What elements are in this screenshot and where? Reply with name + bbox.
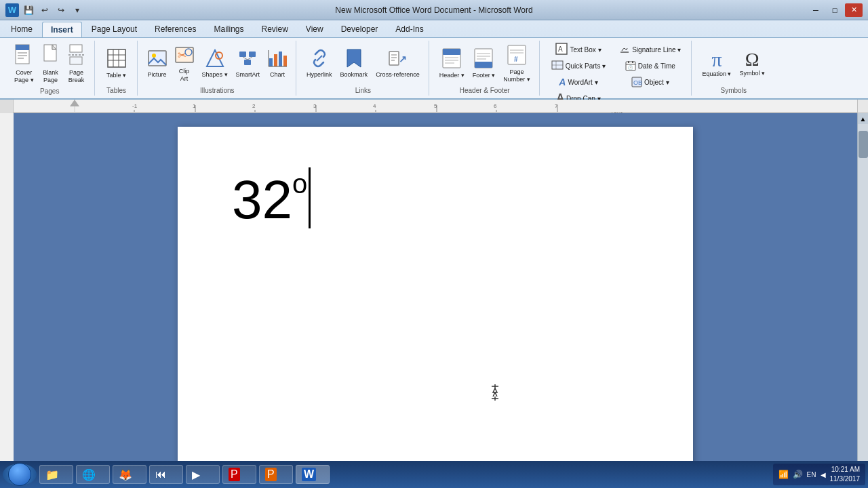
ie-icon: 🌐 [82,468,96,481]
footer-label: Footer ▾ [473,72,496,79]
save-button[interactable]: 💾 [22,3,35,17]
qa-dropdown[interactable]: ▾ [71,3,84,17]
table-icon [106,48,127,71]
start-orb [8,463,31,486]
window-controls: ─ □ ✕ [807,3,863,17]
equation-icon: π [711,49,722,70]
wordart-label: WordArt ▾ [568,79,597,86]
svg-text:7: 7 [555,103,558,109]
date-time-icon: 🕐 [625,60,636,71]
title-bar: W 💾 ↩ ↪ ▾ New Microsoft Office Word Docu… [0,0,868,20]
redo-button[interactable]: ↪ [54,3,68,17]
cross-reference-button[interactable]: ↗ Cross-reference [372,47,423,81]
tab-mailings[interactable]: Mailings [205,22,252,37]
system-tray: 📶 🔊 EN ◀ 10:21 AM 11/3/2017 [773,464,865,485]
tab-developer[interactable]: Developer [333,22,387,37]
network-icon: 📶 [778,470,789,479]
header-footer-group-label: Header & Footer [460,87,510,94]
smartart-button[interactable]: SmartArt [233,47,264,81]
document-page[interactable]: 32o [178,127,693,472]
tab-review[interactable]: Review [253,22,296,37]
maximize-button[interactable]: □ [826,3,844,17]
ribbon-content: CoverPage ▾ BlankPage PageBreak Pages [0,37,868,98]
taskbar-prev[interactable]: ⏮ [149,465,183,484]
text-box-button[interactable]: A Text Box ▾ [547,42,610,57]
tab-page-layout[interactable]: Page Layout [83,22,145,37]
shapes-button[interactable]: Shapes ▾ [199,47,231,81]
footer-icon [474,48,493,71]
svg-text:6: 6 [494,103,497,109]
start-button[interactable] [3,464,37,485]
minimize-button[interactable]: ─ [807,3,825,17]
picture-icon [148,49,167,70]
header-button[interactable]: Header ▾ [436,46,468,81]
bookmark-button[interactable]: Bookmark [337,47,372,81]
svg-rect-7 [70,45,82,52]
cover-page-button[interactable]: CoverPage ▾ [11,42,37,86]
quick-parts-button[interactable]: Quick Parts ▾ [547,58,610,73]
footer-button[interactable]: Footer ▾ [469,46,499,81]
cover-page-label: CoverPage ▾ [14,69,34,84]
page-number-label: PageNumber ▾ [503,68,530,83]
tab-view[interactable]: View [298,22,332,37]
horizontal-ruler: -1 1 2 3 4 5 6 7 [14,100,857,113]
language-icon: EN [807,471,816,479]
page-break-button[interactable]: PageBreak [64,42,89,86]
signature-line-button[interactable]: Signature Line ▾ [614,42,686,57]
tab-references[interactable]: References [146,22,204,37]
taskbar-firefox[interactable]: 🦊 [113,465,146,484]
shapes-icon [205,49,224,70]
ribbon: Home Insert Page Layout References Maili… [0,20,868,100]
hyperlink-button[interactable]: Hyperlink [303,47,336,81]
links-group-items: Hyperlink Bookmark ↗ Cross-reference [303,42,423,85]
taskbar-explorer[interactable]: 📁 [39,465,73,484]
wordart-button[interactable]: A WordArt ▾ [547,75,610,89]
scroll-thumb[interactable] [859,131,868,158]
tab-home[interactable]: Home [3,22,41,37]
ribbon-tabs: Home Insert Page Layout References Maili… [0,20,868,37]
svg-text:3: 3 [313,103,317,109]
taskbar-play[interactable]: ▶ [186,465,220,484]
scroll-track[interactable] [858,124,869,464]
ribbon-group-illustrations: Picture ✂ ClipArt Shapes ▾ [139,41,297,96]
mouse-cursor-text [490,384,500,404]
object-button[interactable]: OB Object ▾ [614,75,686,89]
media-play-icon: ▶ [192,468,200,481]
ruler-corner [0,100,14,113]
date-time-button[interactable]: 🕐 Date & Time [614,58,686,73]
svg-rect-24 [244,60,251,65]
symbol-button[interactable]: Ω Symbol ▾ [736,48,769,79]
svg-rect-10 [108,49,125,67]
taskbar-app2[interactable]: P [259,465,293,484]
page-break-label: PageBreak [68,69,85,84]
scroll-up-button[interactable]: ▲ [858,113,869,124]
tab-add-ins[interactable]: Add-Ins [387,22,431,37]
svg-text:2: 2 [252,103,256,109]
document-text: 3 [232,167,262,232]
blank-page-button[interactable]: BlankPage [39,42,63,86]
close-button[interactable]: ✕ [845,3,863,17]
taskbar-ie[interactable]: 🌐 [76,465,110,484]
chart-button[interactable]: Chart [264,47,290,81]
svg-rect-30 [283,56,287,66]
clip-art-button[interactable]: ✂ ClipArt [172,43,197,85]
taskbar-app1[interactable]: P [222,465,256,484]
taskbar-word[interactable]: W [296,465,330,484]
ribbon-group-pages: CoverPage ▾ BlankPage PageBreak Pages [5,41,95,96]
table-button[interactable]: Table ▾ [102,46,132,81]
picture-button[interactable]: Picture [144,47,170,81]
title-bar-left: W 💾 ↩ ↪ ▾ [5,3,84,17]
tab-insert[interactable]: Insert [42,22,82,37]
vertical-scrollbar[interactable]: ▲ ▼ ⊡ [857,113,868,486]
undo-button[interactable]: ↩ [38,3,52,17]
symbol-label: Symbol ▾ [740,70,766,77]
tables-group-label: Tables [106,87,126,94]
tray-arrow[interactable]: ◀ [821,471,826,479]
document-area[interactable]: 32o [14,113,857,486]
text-group-items: A Text Box ▾ Quick Parts ▾ A WordArt ▾ [547,42,686,106]
clip-art-label: ClipArt [179,68,190,83]
document-content[interactable]: 32o [232,167,639,232]
equation-button[interactable]: π Equation ▾ [698,47,734,80]
svg-line-25 [243,57,248,60]
page-number-button[interactable]: # PageNumber ▾ [500,43,534,85]
